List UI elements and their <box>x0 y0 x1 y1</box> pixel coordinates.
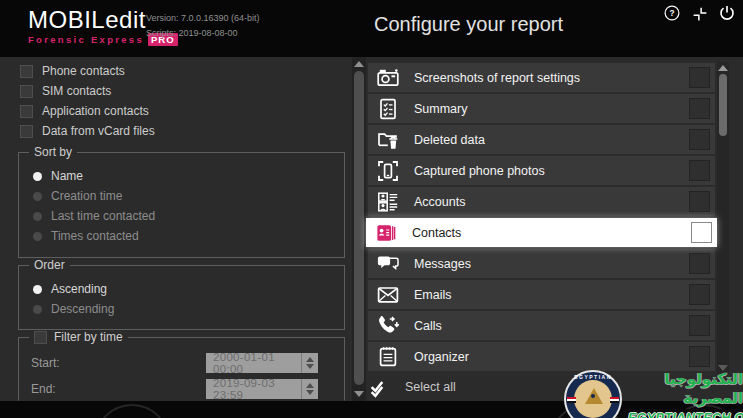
logo-subtitle: Forensic Express <box>28 34 144 45</box>
radio-descending[interactable]: Descending <box>33 302 114 316</box>
radio-icon[interactable] <box>33 172 42 181</box>
radio-label: Last time contacted <box>51 209 155 223</box>
sort-by-group-title: Sort by <box>29 145 77 160</box>
radio-ascending[interactable]: Ascending <box>33 282 114 296</box>
filter-by-time-checkbox[interactable] <box>34 331 47 344</box>
double-check-icon <box>368 374 393 399</box>
radio-icon[interactable] <box>33 192 42 201</box>
svg-text:?: ? <box>669 9 674 18</box>
filter-start-row: Start: 2000-01-01 00:00 <box>31 353 336 373</box>
egyptiantech-watermark: EGYPTIAN TECH التكنولوجيا المصرية EGYPTI… <box>558 369 743 418</box>
report-item-contacts[interactable]: Contacts <box>366 218 717 247</box>
speech-bubbles-icon <box>376 252 400 276</box>
select-all-button[interactable]: Select all <box>368 374 456 399</box>
report-sections-list: Screenshots of report settingsSummaryDel… <box>368 63 715 373</box>
checkbox-box-icon[interactable] <box>20 65 33 78</box>
report-item-checkbox[interactable] <box>689 191 710 212</box>
report-item-checkbox[interactable] <box>689 284 710 305</box>
egyptiantech-logo-badge: EGYPTIAN TECH <box>564 370 622 418</box>
start-datetime-field[interactable]: 2000-01-01 00:00 <box>206 353 318 373</box>
filter-by-time-title-row: Filter by time <box>29 330 128 345</box>
radio-icon[interactable] <box>33 305 42 314</box>
radio-times-contacted[interactable]: Times contacted <box>33 229 155 243</box>
report-item-checkbox[interactable] <box>689 67 710 88</box>
report-item-label: Emails <box>414 288 689 302</box>
end-label: End: <box>31 382 56 396</box>
report-item-checkbox[interactable] <box>689 253 710 274</box>
radio-label: Name <box>51 169 83 183</box>
checkbox-application-contacts[interactable]: Application contacts <box>20 104 155 118</box>
collapse-window-icon[interactable] <box>691 5 709 23</box>
end-datetime-field[interactable]: 2019-09-03 23:59 <box>206 379 318 399</box>
report-item-checkbox[interactable] <box>689 129 710 150</box>
start-datetime-value: 2000-01-01 00:00 <box>206 351 301 375</box>
order-group: Order AscendingDescending <box>18 265 345 330</box>
report-item-summary[interactable]: Summary <box>368 94 715 123</box>
folder-trash-icon <box>376 128 400 152</box>
radio-label: Times contacted <box>51 229 139 243</box>
radio-last-time-contacted[interactable]: Last time contacted <box>33 209 155 223</box>
scroll-up-icon[interactable] <box>354 61 364 67</box>
end-spinner-icon[interactable] <box>301 379 318 399</box>
address-book-icon <box>374 221 398 245</box>
radio-icon[interactable] <box>33 212 42 221</box>
left-scrollbar-thumb[interactable] <box>354 71 364 385</box>
report-item-calls[interactable]: Calls <box>368 311 715 340</box>
report-item-label: Messages <box>414 257 689 271</box>
topbar: MOBILedit Forensic Express PRO Version: … <box>0 0 743 57</box>
report-scrollbar-thumb[interactable] <box>719 74 727 136</box>
report-item-checkbox[interactable] <box>689 160 710 181</box>
report-item-label: Accounts <box>414 195 689 209</box>
report-item-messages[interactable]: Messages <box>368 249 715 278</box>
phone-arrows-icon <box>376 314 400 338</box>
checkbox-label: Application contacts <box>42 104 149 118</box>
checkbox-box-icon[interactable] <box>20 125 33 138</box>
report-item-emails[interactable]: Emails <box>368 280 715 309</box>
report-item-label: Deleted data <box>414 133 689 147</box>
egypt-flag-icon <box>610 397 619 403</box>
report-item-captured-phone-photos[interactable]: Captured phone photos <box>368 156 715 185</box>
scroll-up-icon[interactable] <box>718 65 728 71</box>
report-item-checkbox[interactable] <box>689 346 710 367</box>
report-item-organizer[interactable]: Organizer <box>368 342 715 371</box>
checkbox-box-icon[interactable] <box>20 85 33 98</box>
left-panel-scrollbar[interactable] <box>352 57 366 401</box>
report-item-checkbox[interactable] <box>689 98 710 119</box>
version-line: Version: 7.0.0.16390 (64-bit) <box>146 11 260 26</box>
checkbox-phone-contacts[interactable]: Phone contacts <box>20 64 155 78</box>
select-all-label: Select all <box>405 380 456 394</box>
contact-cards-icon <box>376 190 400 214</box>
report-item-label: Organizer <box>414 350 689 364</box>
radio-creation-time[interactable]: Creation time <box>33 189 155 203</box>
report-item-screenshots-of-report-settings[interactable]: Screenshots of report settings <box>368 63 715 92</box>
camera-icon <box>376 66 400 90</box>
report-item-label: Screenshots of report settings <box>414 71 689 85</box>
checkbox-sim-contacts[interactable]: SIM contacts <box>20 84 155 98</box>
start-label: Start: <box>31 356 60 370</box>
sort-by-options: NameCreation timeLast time contactedTime… <box>33 169 155 243</box>
start-spinner-icon[interactable] <box>301 353 318 373</box>
report-item-checkbox[interactable] <box>691 222 712 243</box>
report-list-scrollbar[interactable] <box>717 62 729 374</box>
radio-icon[interactable] <box>33 232 42 241</box>
order-options: AscendingDescending <box>33 282 114 316</box>
scripts-line: Scripts: 2019-08-08-00 <box>146 26 260 41</box>
radio-label: Creation time <box>51 189 122 203</box>
help-icon[interactable]: ? <box>663 4 681 22</box>
radio-icon[interactable] <box>33 285 42 294</box>
report-item-checkbox[interactable] <box>689 315 710 336</box>
checkbox-box-icon[interactable] <box>20 105 33 118</box>
report-item-accounts[interactable]: Accounts <box>368 187 715 216</box>
phone-capture-icon <box>376 159 400 183</box>
checkbox-data-from-vcard-files[interactable]: Data from vCard files <box>20 124 155 138</box>
mobiledit-window: MOBILedit Forensic Express PRO Version: … <box>0 0 743 418</box>
radio-label: Ascending <box>51 282 107 296</box>
end-datetime-value: 2019-09-03 23:59 <box>206 377 301 401</box>
radio-name[interactable]: Name <box>33 169 155 183</box>
scroll-down-icon[interactable] <box>354 391 364 397</box>
left-checkbox-list: Phone contactsSIM contactsApplication co… <box>20 64 155 138</box>
power-icon[interactable] <box>718 4 736 22</box>
filter-end-row: End: 2019-09-03 23:59 <box>31 379 336 399</box>
eye-icon <box>591 394 595 398</box>
report-item-deleted-data[interactable]: Deleted data <box>368 125 715 154</box>
